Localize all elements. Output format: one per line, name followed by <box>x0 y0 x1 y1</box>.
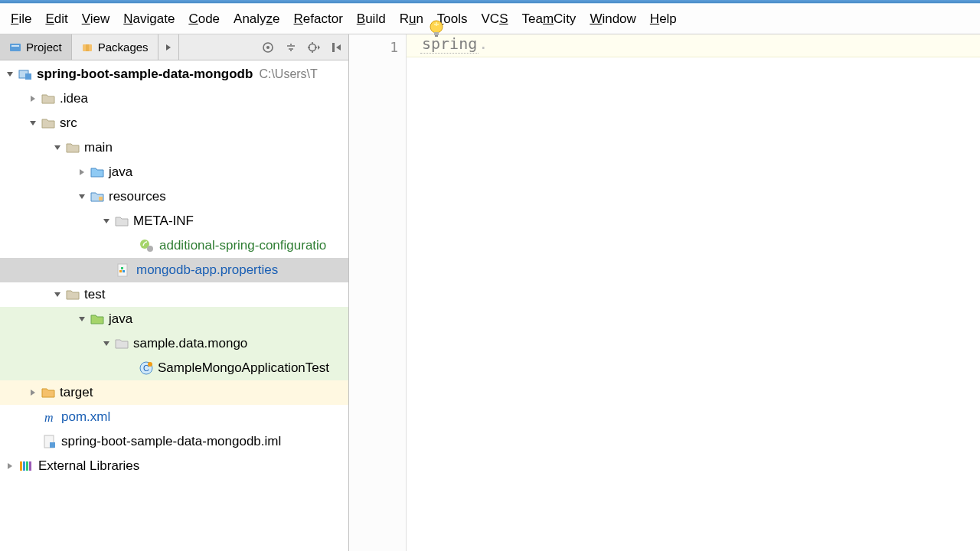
test-source-folder-icon <box>90 314 104 324</box>
java-class-icon: C <box>139 361 153 375</box>
tree-sample-pkg[interactable]: sample.data.mongo <box>0 331 348 356</box>
svg-point-8 <box>266 46 270 49</box>
chevron-down-icon[interactable] <box>51 143 64 152</box>
svg-rect-19 <box>121 267 123 269</box>
menu-edit[interactable]: Edit <box>39 10 74 28</box>
chevron-right-icon[interactable] <box>26 94 40 103</box>
svg-rect-18 <box>122 270 125 272</box>
mongodb-props-label: mongodb-app.properties <box>136 262 278 278</box>
settings-gear-icon[interactable] <box>302 34 325 60</box>
pom-label: pom.xml <box>61 409 110 425</box>
tree-main-folder[interactable]: main <box>0 135 348 160</box>
svg-point-22 <box>148 362 152 367</box>
tab-packages-label: Packages <box>98 41 149 54</box>
editor-gutter: 1 <box>349 34 407 551</box>
svg-rect-10 <box>332 43 335 52</box>
tree-root[interactable]: spring-boot-sample-data-mongodb C:\Users… <box>0 62 348 86</box>
svg-rect-25 <box>50 442 55 448</box>
idea-label: .idea <box>60 91 88 106</box>
menu-teamcity[interactable]: TeamCity <box>516 10 583 28</box>
chevron-right-icon[interactable] <box>3 461 17 471</box>
main-label: main <box>84 140 113 155</box>
menu-vcs[interactable]: VCS <box>475 10 514 28</box>
menu-analyze[interactable]: Analyze <box>227 10 286 28</box>
menu-code[interactable]: Code <box>182 10 226 28</box>
chevron-down-icon[interactable] <box>75 192 89 201</box>
resources-label: resources <box>109 189 166 204</box>
excluded-folder-icon <box>41 387 55 398</box>
tree-java-main[interactable]: java <box>0 160 348 184</box>
view-mode-dropdown[interactable] <box>158 34 179 60</box>
chevron-right-icon[interactable] <box>26 388 40 397</box>
chevron-down-icon[interactable] <box>100 339 113 348</box>
packages-icon <box>81 41 93 54</box>
source-folder-icon <box>90 167 104 178</box>
meta-inf-label: META-INF <box>133 214 194 229</box>
chevron-down-icon[interactable] <box>3 70 17 79</box>
library-icon <box>18 460 34 472</box>
svg-rect-17 <box>119 270 122 272</box>
chevron-down-icon[interactable] <box>100 217 113 226</box>
chevron-down-icon[interactable] <box>75 315 89 324</box>
svg-rect-3 <box>10 44 21 51</box>
project-tool-window: Project Packages <box>0 34 349 551</box>
tree-test-folder[interactable]: test <box>0 282 348 307</box>
folder-grey-icon <box>115 216 129 227</box>
menu-build[interactable]: Build <box>351 10 392 28</box>
svg-rect-29 <box>29 461 31 471</box>
line-number: 1 <box>349 39 398 55</box>
target-label: target <box>60 385 93 400</box>
editor[interactable]: 1 spring. <box>349 34 980 551</box>
tree-idea-folder[interactable]: .idea <box>0 86 348 111</box>
menu-refactor[interactable]: Refactor <box>288 10 349 28</box>
folder-icon <box>41 118 55 129</box>
svg-rect-6 <box>86 44 89 51</box>
resources-folder-icon <box>90 191 104 202</box>
intention-bulb-icon[interactable] <box>428 19 445 42</box>
menu-view[interactable]: View <box>76 10 116 28</box>
project-panel-header: Project Packages <box>0 34 348 60</box>
root-path: C:\Users\T <box>259 67 317 81</box>
menu-file[interactable]: File <box>5 10 38 28</box>
tree-pom[interactable]: m pom.xml <box>0 405 348 429</box>
tree-iml[interactable]: spring-boot-sample-data-mongodb.iml <box>0 429 348 454</box>
tree-resources[interactable]: resources <box>0 184 348 209</box>
tree-additional-config[interactable]: additional-spring-configuratio <box>0 233 348 258</box>
src-label: src <box>60 116 77 131</box>
chevron-right-icon[interactable] <box>75 168 89 177</box>
svg-rect-27 <box>23 461 25 471</box>
tree-meta-inf[interactable]: META-INF <box>0 209 348 233</box>
tree-src-folder[interactable]: src <box>0 111 348 135</box>
menu-navigate[interactable]: Navigate <box>117 10 181 28</box>
svg-rect-13 <box>99 197 103 201</box>
tree-mongodb-props[interactable]: mongodb-app.properties <box>0 258 348 282</box>
java-test-label: java <box>109 311 132 327</box>
hide-panel-icon[interactable] <box>325 34 348 60</box>
additional-config-label: additional-spring-configuratio <box>159 238 326 253</box>
maven-icon: m <box>43 411 57 423</box>
module-icon <box>18 68 32 80</box>
svg-rect-28 <box>26 461 28 471</box>
chevron-down-icon[interactable] <box>26 119 40 128</box>
tab-packages[interactable]: Packages <box>72 34 158 60</box>
tree-sample-test-class[interactable]: C SampleMongoApplicationTest <box>0 356 348 380</box>
tree-external-libraries[interactable]: External Libraries <box>0 454 348 478</box>
test-label: test <box>84 287 105 302</box>
folder-icon <box>66 142 80 153</box>
tree-java-test[interactable]: java <box>0 307 348 331</box>
tab-project-label: Project <box>26 41 62 54</box>
collapse-all-icon[interactable] <box>279 34 302 60</box>
spring-config-icon <box>139 239 155 253</box>
menu-run[interactable]: Run <box>394 10 430 28</box>
iml-label: spring-boot-sample-data-mongodb.iml <box>61 434 281 449</box>
scroll-from-source-icon[interactable] <box>256 34 279 60</box>
tab-project[interactable]: Project <box>0 34 72 60</box>
tree-target[interactable]: target <box>0 380 348 405</box>
project-tree[interactable]: spring-boot-sample-data-mongodb C:\Users… <box>0 60 348 551</box>
chevron-down-icon[interactable] <box>51 290 64 299</box>
menu-window[interactable]: Window <box>583 10 642 28</box>
menu-help[interactable]: Help <box>644 10 683 28</box>
project-icon <box>9 41 21 54</box>
folder-icon <box>66 289 80 300</box>
editor-body[interactable]: spring. <box>407 34 980 551</box>
